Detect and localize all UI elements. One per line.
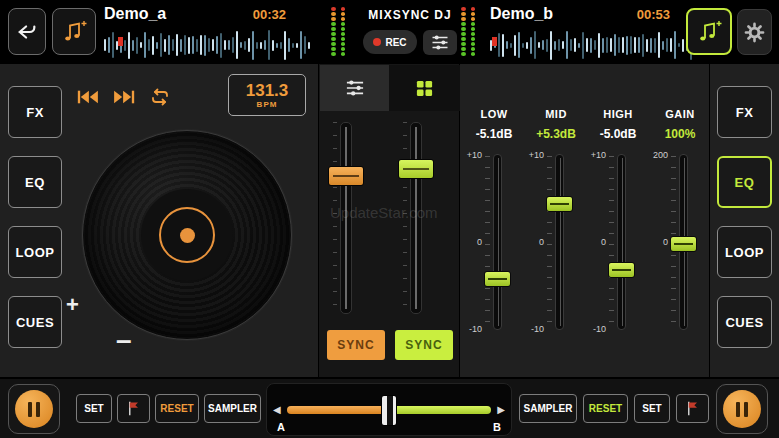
crossfader-b-segment bbox=[389, 406, 491, 414]
deck-b-track-button[interactable] bbox=[686, 8, 732, 55]
scale-mid: 0 bbox=[526, 237, 544, 247]
vinyl-turntable[interactable] bbox=[82, 130, 292, 340]
volume-fader-a-handle[interactable] bbox=[328, 166, 364, 186]
music-note-plus-icon bbox=[61, 20, 87, 44]
zoom-out-button[interactable]: – bbox=[116, 324, 132, 356]
deck-b-reset-button[interactable]: RESET bbox=[583, 394, 628, 423]
scale-mid: 0 bbox=[464, 237, 482, 247]
crossfader-b-label: B bbox=[493, 421, 501, 433]
music-note-plus-icon bbox=[696, 20, 722, 44]
scale-bottom: -10 bbox=[526, 324, 544, 334]
vinyl-ring bbox=[159, 207, 215, 263]
previous-track-icon bbox=[76, 88, 100, 106]
deck-b-waveform[interactable] bbox=[490, 29, 704, 61]
scale-top: 200 bbox=[650, 150, 668, 160]
slider-ticks bbox=[609, 156, 614, 328]
bottom-bar: SET RESET SAMPLER ◀ ▶ A B SAMPLER RESET … bbox=[0, 377, 779, 438]
crossfade-left-arrow-icon: ◀ bbox=[273, 404, 281, 415]
rewind-button[interactable] bbox=[72, 84, 104, 110]
deck-b-panel: FX EQ LOOP CUES bbox=[710, 64, 779, 377]
deck-a-reset-button[interactable]: RESET bbox=[155, 394, 199, 423]
deck-a-waveform[interactable] bbox=[104, 29, 312, 61]
volume-fader-b-handle[interactable] bbox=[398, 159, 434, 179]
center-header: MIXSYNC DJ REC bbox=[362, 8, 458, 55]
deck-b-title: Demo_b bbox=[490, 5, 553, 23]
deck-a-cue-flag-button[interactable] bbox=[117, 394, 150, 423]
pause-icon bbox=[15, 390, 53, 428]
grid-pads-icon bbox=[415, 79, 434, 98]
settings-button[interactable] bbox=[737, 9, 772, 55]
next-track-icon bbox=[112, 88, 136, 106]
deck-b-eq-button[interactable]: EQ bbox=[717, 156, 772, 208]
scale-mid: 0 bbox=[588, 237, 606, 247]
deck-a-title: Demo_a bbox=[104, 5, 166, 23]
loop-repeat-button[interactable] bbox=[144, 84, 176, 110]
bpm-unit: BPM bbox=[257, 100, 278, 109]
crossfader-handle[interactable] bbox=[381, 395, 397, 426]
scale-top: +10 bbox=[464, 150, 482, 160]
eq-gain-slider[interactable] bbox=[679, 154, 688, 330]
flag-icon bbox=[685, 400, 700, 417]
scale-mid: 0 bbox=[650, 237, 668, 247]
crossfader-a-label: A bbox=[277, 421, 285, 433]
eq-mid-label: MID bbox=[526, 108, 586, 120]
crossfade-right-arrow-icon: ▶ bbox=[497, 404, 505, 415]
deck-b-sampler-button[interactable]: SAMPLER bbox=[519, 394, 577, 423]
repeat-icon bbox=[148, 87, 172, 107]
eq-low-label: LOW bbox=[464, 108, 524, 120]
record-button[interactable]: REC bbox=[363, 30, 417, 54]
eq-low-slider[interactable] bbox=[493, 154, 502, 330]
scale-top: +10 bbox=[526, 150, 544, 160]
eq-mid-value: +5.3dB bbox=[526, 127, 586, 141]
eq-gain-handle[interactable] bbox=[670, 236, 697, 252]
bpm-display[interactable]: 131.3 BPM bbox=[228, 74, 306, 116]
vinyl-label bbox=[141, 189, 233, 281]
deck-a-info: Demo_a 00:32 bbox=[104, 5, 312, 61]
deck-b-set-button[interactable]: SET bbox=[634, 394, 670, 423]
mixer-settings-button[interactable] bbox=[423, 30, 457, 55]
deck-a-pause-button[interactable] bbox=[8, 384, 60, 434]
scale-bottom: -10 bbox=[464, 324, 482, 334]
deck-a-set-button[interactable]: SET bbox=[76, 394, 112, 423]
deck-a-track-button[interactable] bbox=[52, 8, 96, 55]
crossfader-a-segment bbox=[287, 406, 389, 414]
record-dot-icon bbox=[373, 38, 381, 46]
pads-view-tab[interactable] bbox=[389, 65, 460, 111]
eq-high-value: -5.0dB bbox=[588, 127, 648, 141]
crossfader[interactable]: ◀ ▶ A B bbox=[266, 383, 512, 436]
zoom-in-button[interactable]: + bbox=[66, 292, 79, 318]
back-button[interactable] bbox=[8, 8, 46, 55]
deck-b-info: Demo_b 00:53 bbox=[490, 5, 704, 61]
deck-a-loop-button[interactable]: LOOP bbox=[8, 226, 62, 278]
eq-channel-gain: GAIN 100% 200 0 bbox=[650, 104, 710, 374]
deck-b-cues-button[interactable]: CUES bbox=[717, 296, 772, 348]
deck-a-playhead-marker bbox=[118, 37, 123, 46]
deck-b-loop-button[interactable]: LOOP bbox=[717, 226, 772, 278]
deck-a-sampler-button[interactable]: SAMPLER bbox=[204, 394, 261, 423]
deck-b-fx-button[interactable]: FX bbox=[717, 86, 772, 138]
sync-b-button[interactable]: SYNC bbox=[395, 330, 453, 360]
eq-channel-mid: MID +5.3dB +10 0 -10 bbox=[526, 104, 586, 374]
eq-high-handle[interactable] bbox=[608, 262, 635, 278]
app-title: MIXSYNC DJ bbox=[362, 8, 458, 22]
deck-a-eq-button[interactable]: EQ bbox=[8, 156, 62, 208]
deck-a-cues-button[interactable]: CUES bbox=[8, 296, 62, 348]
deck-b-playhead-marker bbox=[492, 37, 497, 46]
dj-app: Demo_a 00:32 MIXSYNC DJ REC Demo_b bbox=[0, 0, 779, 438]
deck-a-panel: FX EQ LOOP CUES 131.3 BPM + – bbox=[0, 64, 318, 377]
eq-low-handle[interactable] bbox=[484, 271, 511, 287]
sync-a-button[interactable]: SYNC bbox=[327, 330, 385, 360]
top-bar: Demo_a 00:32 MIXSYNC DJ REC Demo_b bbox=[0, 0, 779, 64]
deck-b-cue-flag-button[interactable] bbox=[676, 394, 709, 423]
pause-icon bbox=[723, 390, 761, 428]
eq-high-slider[interactable] bbox=[617, 154, 626, 330]
gear-icon bbox=[744, 22, 765, 43]
eq-mid-handle[interactable] bbox=[546, 196, 573, 212]
eq-low-value: -5.1dB bbox=[464, 127, 524, 141]
back-arrow-icon bbox=[16, 21, 38, 43]
eq-mid-slider[interactable] bbox=[555, 154, 564, 330]
fast-forward-button[interactable] bbox=[108, 84, 140, 110]
deck-a-fx-button[interactable]: FX bbox=[8, 86, 62, 138]
deck-b-pause-button[interactable] bbox=[716, 384, 768, 434]
mixer-view-tab[interactable] bbox=[320, 65, 389, 111]
